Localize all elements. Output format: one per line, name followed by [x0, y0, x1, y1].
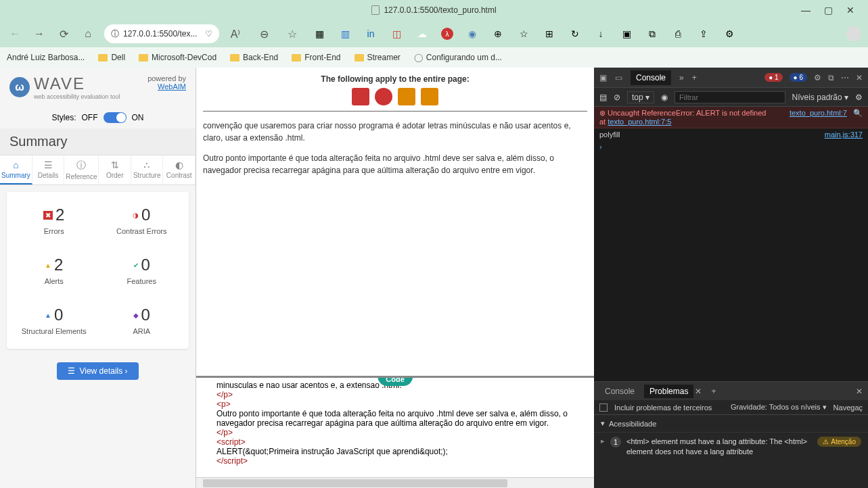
tab-contrast[interactable]: ◐Contrast: [163, 155, 196, 185]
stat-errors[interactable]: ✖2 Errors: [14, 205, 95, 235]
stat-features[interactable]: ✔0 Features: [101, 255, 183, 285]
sidebar-icon[interactable]: ▤: [599, 93, 607, 102]
bookmark-4[interactable]: Front-End: [292, 53, 340, 62]
levels-select[interactable]: Níveis padrão ▾: [792, 93, 848, 102]
collections-icon[interactable]: ⊞: [543, 27, 556, 41]
drawer-tab-problemas[interactable]: Problemas: [644, 385, 693, 398]
ext-icon-1[interactable]: ▦: [313, 27, 326, 41]
wave-panel: ω WAVE web accessibility evaluation tool…: [0, 68, 196, 488]
tab-details[interactable]: ☰Details: [32, 155, 65, 185]
bookmark-6[interactable]: ◯Configurando um d...: [414, 53, 502, 62]
eye-icon[interactable]: ◉: [661, 93, 668, 102]
tab-order[interactable]: ⇅Order: [99, 155, 131, 185]
info-count-badge[interactable]: ● 6: [790, 73, 807, 82]
home-button[interactable]: ⌂: [80, 26, 96, 42]
settings-icon[interactable]: ⚙: [855, 93, 863, 102]
stat-structural[interactable]: ▲0 Structural Elements: [14, 306, 95, 335]
print-icon[interactable]: ⎙: [671, 27, 685, 41]
wave-ext-icon[interactable]: ◉: [465, 27, 479, 41]
maximize-icon[interactable]: ▢: [824, 5, 833, 16]
pdf-icon[interactable]: λ: [441, 28, 453, 40]
bookmark-1[interactable]: Dell: [98, 53, 125, 62]
console-prompt[interactable]: ›: [594, 141, 868, 153]
tab-structure[interactable]: ⛬Structure: [131, 155, 164, 185]
info-icon: ⓘ: [66, 160, 97, 172]
filter-input[interactable]: [675, 91, 785, 103]
styles-switch[interactable]: [104, 112, 127, 123]
share-icon[interactable]: ⇪: [697, 27, 710, 41]
problem-item[interactable]: ▸ 1 <html> element must have a lang attr…: [594, 433, 868, 462]
console-row[interactable]: polyfill main.js:317: [594, 128, 868, 141]
tab-reference[interactable]: ⓘReference: [64, 155, 99, 185]
wave-lang-badge[interactable]: [375, 88, 392, 105]
stat-alerts[interactable]: ▲2 Alerts: [14, 255, 95, 285]
minimize-icon[interactable]: —: [801, 5, 810, 16]
heart-icon[interactable]: ♡: [205, 29, 212, 39]
profile-avatar[interactable]: [846, 26, 861, 41]
screenshot-icon[interactable]: ⧉: [645, 27, 659, 41]
device-icon[interactable]: ▭: [615, 73, 622, 82]
ext-icon-2[interactable]: ▥: [338, 27, 352, 41]
console-error[interactable]: ⊗ Uncaught ReferenceError: ALERT is not …: [594, 107, 868, 128]
bookmark-5[interactable]: Streamer: [355, 53, 401, 62]
refresh-button[interactable]: ⟳: [55, 26, 72, 42]
error-count-badge[interactable]: ● 1: [764, 73, 782, 82]
address-text: 127.0.0.1:5500/tex...: [123, 29, 197, 39]
wave-brand: WAVE: [34, 74, 120, 93]
close-tab-icon[interactable]: ✕: [695, 387, 702, 396]
problems-section[interactable]: ▾ Acessibilidade: [594, 415, 868, 433]
horizontal-scrollbar[interactable]: [196, 477, 594, 488]
close-drawer-icon[interactable]: ✕: [856, 387, 863, 396]
error-stack-link[interactable]: texto_puro.html:7:5: [608, 118, 671, 126]
more-tabs-icon[interactable]: »: [679, 73, 684, 82]
zoom-icon[interactable]: ⊖: [256, 26, 272, 42]
tab-console[interactable]: Console: [631, 70, 671, 85]
bookmark-0[interactable]: André Luiz Barbosa...: [7, 53, 85, 62]
wave-error-badge[interactable]: [352, 88, 369, 105]
back-button[interactable]: ←: [7, 26, 23, 42]
wave-alert-badge-2[interactable]: [421, 88, 438, 105]
webaim-link[interactable]: WebAIM: [158, 82, 186, 91]
tab-summary[interactable]: ⌂Summary: [0, 155, 32, 185]
app-icon[interactable]: ▣: [620, 27, 633, 41]
bookmark-2[interactable]: Microsoft-DevCod: [139, 53, 216, 62]
inspect-icon[interactable]: ▣: [599, 73, 607, 82]
content-area: ω WAVE web accessibility evaluation tool…: [0, 68, 868, 488]
clear-icon[interactable]: ⊘: [614, 93, 620, 102]
new-tab-icon[interactable]: +: [692, 73, 697, 82]
performance-icon[interactable]: ⚙: [723, 27, 736, 41]
close-devtools-icon[interactable]: ✕: [856, 73, 863, 82]
cloud-icon[interactable]: ☁: [415, 27, 429, 41]
add-drawer-tab-icon[interactable]: +: [711, 387, 716, 396]
code-badge[interactable]: </>Code: [378, 376, 413, 386]
folder-icon: [230, 54, 239, 62]
bookmark-3[interactable]: Back-End: [230, 53, 278, 62]
address-bar[interactable]: ⓘ 127.0.0.1:5500/tex... ♡: [104, 24, 219, 43]
kebab-icon[interactable]: ⋯: [841, 73, 849, 82]
dock-icon[interactable]: ⧉: [828, 73, 834, 82]
read-aloud-icon[interactable]: A⁾: [227, 26, 244, 42]
view-details-button[interactable]: ☰View details ›: [57, 362, 138, 380]
linkedin-icon[interactable]: in: [364, 27, 378, 41]
history-icon[interactable]: ↻: [568, 27, 582, 41]
scrollbar-thumb[interactable]: [203, 479, 507, 487]
include-third-party-checkbox[interactable]: [599, 404, 608, 412]
stat-aria[interactable]: ◆0 ARIA: [101, 306, 183, 335]
search-icon[interactable]: 🔍: [853, 109, 863, 117]
polyfill-link[interactable]: main.js:317: [825, 130, 863, 139]
error-source-link[interactable]: texto_puro.html:7: [790, 109, 847, 117]
close-icon[interactable]: ✕: [846, 5, 854, 16]
drawer-tab-console[interactable]: Console: [599, 385, 640, 398]
downloads-icon[interactable]: ↓: [594, 27, 608, 41]
mcafee-icon[interactable]: ◫: [390, 27, 403, 41]
extensions-icon[interactable]: ⊕: [491, 27, 505, 41]
forward-button[interactable]: →: [31, 26, 47, 42]
gear-icon[interactable]: ⚙: [814, 73, 821, 82]
fav-bar-icon[interactable]: ☆: [517, 27, 530, 41]
stat-contrast[interactable]: ◑0 Contrast Errors: [101, 205, 183, 235]
wave-alert-badge-1[interactable]: [398, 88, 415, 105]
favorites-icon[interactable]: ☆: [284, 26, 300, 42]
page-panel: The following apply to the entire page: …: [196, 68, 594, 488]
context-select[interactable]: top ▾: [627, 91, 654, 103]
gravity-select[interactable]: Gravidade: Todos os níveis ▾: [731, 403, 827, 412]
